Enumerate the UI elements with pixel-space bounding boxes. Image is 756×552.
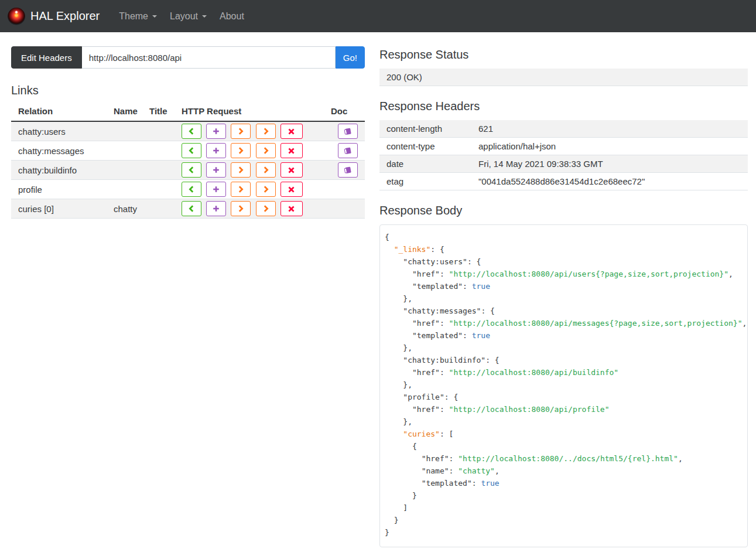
patch-request-button[interactable] bbox=[256, 143, 276, 158]
doc-button[interactable] bbox=[338, 124, 358, 139]
nav-item-layout-label: Layout bbox=[170, 11, 198, 22]
doc-button[interactable] bbox=[338, 143, 358, 158]
chevron-right-icon bbox=[262, 186, 269, 193]
url-input[interactable] bbox=[82, 46, 336, 69]
patch-request-button[interactable] bbox=[256, 201, 276, 216]
chevron-right-icon bbox=[262, 128, 269, 135]
get-request-button[interactable] bbox=[182, 201, 201, 216]
name-cell: chatty bbox=[107, 199, 142, 219]
get-request-button[interactable] bbox=[182, 124, 201, 139]
json-line: "templated": true bbox=[385, 280, 743, 292]
response-body-code: { "_links": { "chatty:users": { "href": … bbox=[379, 224, 748, 547]
json-line: }, bbox=[385, 415, 743, 428]
json-line: "templated": true bbox=[385, 477, 743, 489]
json-line: "chatty:buildinfo": { bbox=[385, 354, 743, 366]
header-name-cell: content-length bbox=[379, 120, 471, 138]
get-request-button[interactable] bbox=[182, 182, 201, 197]
chevron-left-icon bbox=[188, 166, 195, 173]
delete-request-button[interactable] bbox=[280, 201, 303, 216]
chevron-right-icon bbox=[262, 166, 269, 173]
edit-headers-button[interactable]: Edit Headers bbox=[11, 46, 82, 69]
nav-item-about[interactable]: About bbox=[220, 11, 244, 22]
post-request-button[interactable] bbox=[206, 162, 226, 178]
header-name-cell: etag bbox=[379, 173, 471, 190]
get-request-button[interactable] bbox=[182, 162, 201, 178]
header-name-cell: date bbox=[379, 155, 471, 173]
plus-icon bbox=[213, 205, 220, 212]
patch-request-button[interactable] bbox=[256, 162, 276, 178]
nav-item-theme[interactable]: Theme bbox=[119, 11, 157, 22]
put-request-button[interactable] bbox=[231, 201, 251, 216]
json-line: "profile": { bbox=[385, 391, 743, 403]
post-request-button[interactable] bbox=[206, 182, 226, 197]
response-status-row: 200 (OK) bbox=[379, 69, 748, 86]
json-line: ] bbox=[385, 502, 743, 514]
json-line: "templated": true bbox=[385, 329, 743, 342]
header-name-cell: content-type bbox=[379, 138, 471, 155]
put-request-button[interactable] bbox=[231, 143, 251, 158]
json-line: }, bbox=[385, 342, 743, 354]
links-table-row: chatty:users bbox=[11, 121, 365, 141]
response-headers-title: Response Headers bbox=[379, 99, 748, 113]
chevron-right-icon bbox=[262, 205, 269, 212]
x-icon bbox=[288, 206, 295, 212]
response-body-title: Response Body bbox=[379, 203, 748, 217]
x-icon bbox=[288, 167, 295, 173]
header-value-cell: Fri, 14 May 2021 09:38:33 GMT bbox=[471, 155, 748, 173]
post-request-button[interactable] bbox=[206, 124, 226, 139]
links-section-title: Links bbox=[11, 83, 365, 97]
put-request-button[interactable] bbox=[231, 124, 251, 139]
response-status-value: 200 (OK) bbox=[379, 69, 748, 86]
nav-item-theme-label: Theme bbox=[119, 11, 148, 22]
plus-icon bbox=[213, 128, 220, 135]
put-request-button[interactable] bbox=[231, 182, 251, 197]
chevron-left-icon bbox=[188, 147, 195, 154]
patch-request-button[interactable] bbox=[256, 182, 276, 197]
response-header-row: content-length 621 bbox=[379, 120, 748, 138]
delete-request-button[interactable] bbox=[280, 124, 303, 139]
json-line: "href": "http://localhost:8080/api/build… bbox=[385, 366, 743, 379]
relation-cell: curies [0] bbox=[11, 199, 107, 219]
links-table-row: curies [0] chatty bbox=[11, 199, 365, 219]
response-headers-table: content-length 621 content-type applicat… bbox=[379, 120, 748, 190]
book-icon bbox=[344, 147, 352, 155]
chevron-right-icon bbox=[237, 186, 244, 193]
chevron-right-icon bbox=[262, 147, 269, 154]
chevron-down-icon bbox=[152, 15, 157, 18]
patch-request-button[interactable] bbox=[256, 124, 276, 139]
book-icon bbox=[344, 166, 352, 174]
json-line: "href": "http://localhost:8080/../docs/h… bbox=[385, 452, 743, 465]
doc-cell bbox=[324, 141, 365, 161]
column-header-http-request: HTTP Request bbox=[175, 104, 324, 121]
delete-request-button[interactable] bbox=[280, 182, 303, 197]
get-request-button[interactable] bbox=[182, 143, 201, 158]
json-line: } bbox=[385, 514, 743, 526]
delete-request-button[interactable] bbox=[280, 143, 303, 158]
go-button[interactable]: Go! bbox=[336, 46, 365, 69]
brand[interactable]: HAL Explorer bbox=[8, 8, 100, 25]
hal-eye-logo-icon bbox=[8, 8, 25, 25]
links-table: Relation Name Title HTTP Request Doc cha… bbox=[11, 104, 365, 219]
links-table-row: chatty:messages bbox=[11, 141, 365, 161]
chevron-right-icon bbox=[237, 147, 244, 154]
json-line: "chatty:users": { bbox=[385, 255, 743, 268]
response-status-title: Response Status bbox=[379, 47, 748, 62]
http-request-cell bbox=[175, 141, 324, 161]
doc-cell bbox=[324, 121, 365, 141]
delete-request-button[interactable] bbox=[280, 162, 303, 178]
json-line: }, bbox=[385, 292, 743, 305]
nav-item-layout[interactable]: Layout bbox=[170, 11, 207, 22]
title-cell bbox=[142, 161, 175, 180]
put-request-button[interactable] bbox=[231, 162, 251, 178]
links-table-row: profile bbox=[11, 180, 365, 199]
column-header-name: Name bbox=[107, 104, 142, 121]
column-header-title: Title bbox=[142, 104, 175, 121]
header-value-cell: application/hal+json bbox=[471, 138, 748, 155]
doc-button[interactable] bbox=[338, 162, 358, 178]
plus-icon bbox=[213, 186, 220, 193]
post-request-button[interactable] bbox=[206, 201, 226, 216]
response-column: Response Status 200 (OK) Response Header… bbox=[379, 46, 748, 547]
post-request-button[interactable] bbox=[206, 143, 226, 158]
chevron-right-icon bbox=[237, 166, 244, 173]
http-request-cell bbox=[175, 121, 324, 141]
